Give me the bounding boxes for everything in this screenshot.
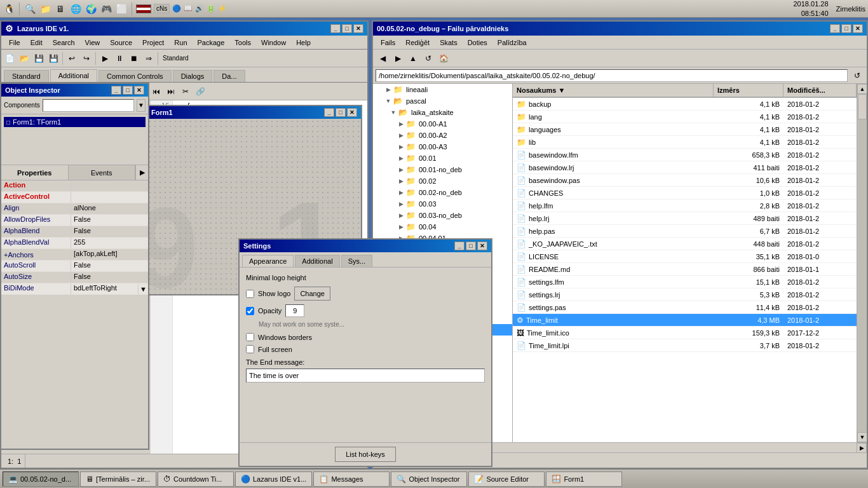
menu-search[interactable]: Search [48, 37, 80, 48]
taskbar-item-object-inspector[interactable]: 🔍 Object Inspector [391, 471, 467, 487]
fm-row-readme[interactable]: 📄README.md 866 baiti 2018-01-1 [513, 263, 857, 276]
component-btn7[interactable]: 🔗 [193, 85, 207, 98]
open-btn[interactable]: 📂 [17, 51, 31, 65]
taskbar-item-lazarus[interactable]: 🔵 Lazarus IDE v1... [235, 471, 312, 487]
obj-minimize-btn[interactable]: _ [111, 86, 121, 95]
form1-maximize-btn[interactable]: □ [336, 108, 346, 117]
fm-tree-0003-nodeb[interactable]: ▶ 📁 00.03-no_deb [373, 210, 512, 221]
fm-tree-laika-atskaite[interactable]: ▼ 📂 laika_atskaite [373, 107, 512, 118]
menu-source[interactable]: Source [105, 37, 137, 48]
fm-tree-0001[interactable]: ▶ 📁 00.01 [373, 152, 512, 164]
fm-row-license[interactable]: 📄LICENSE 35,1 kB 2018-01-0 [513, 250, 857, 263]
start-icon[interactable]: 🐧 [3, 3, 15, 15]
fm-row-lib[interactable]: 📁lib 4,1 kB 2018-01-2 [513, 136, 857, 149]
taskbar-item-source-editor[interactable]: 📝 Source Editor [468, 471, 545, 487]
fm-row-basewindow-pas[interactable]: 📄basewindow.pas 10,6 kB 2018-01-2 [513, 174, 857, 187]
scroll-track[interactable] [857, 94, 867, 432]
fm-row-lang[interactable]: 📁lang 4,1 kB 2018-01-2 [513, 111, 857, 123]
hotkeys-button[interactable]: List hot-keys [335, 447, 396, 462]
col-header-size[interactable]: Izmērs [714, 84, 783, 97]
fm-row-help-lfm[interactable]: 📄help.lfm 2,8 kB 2018-01-2 [513, 200, 857, 212]
tab-events[interactable]: Events [69, 165, 136, 180]
component-btn5[interactable]: ⏭ [164, 85, 178, 98]
fm-refresh-btn[interactable]: ↺ [421, 51, 435, 65]
fm-minimize-btn[interactable]: _ [830, 24, 840, 33]
components-input[interactable] [43, 99, 134, 112]
pause-btn[interactable]: ⏸ [112, 51, 126, 65]
tab-additional-settings[interactable]: Additional [295, 255, 339, 267]
fm-menu-fails[interactable]: Fails [376, 37, 400, 48]
fm-reload-btn[interactable]: ↺ [850, 69, 864, 83]
full-screen-checkbox[interactable] [246, 345, 254, 353]
undo-btn[interactable]: ↩ [65, 51, 79, 65]
tab-additional[interactable]: Additional [50, 69, 97, 82]
windows-borders-checkbox[interactable] [246, 333, 254, 341]
fm-tree-0000-a2[interactable]: ▶ 📁 00.00-A2 [373, 130, 512, 141]
games-icon[interactable]: 🎮 [100, 3, 112, 15]
fm-row-time-limit-ico[interactable]: 🖼Time_limit.ico 159,3 kB 2017-12-2 [513, 327, 857, 339]
tab-next-btn[interactable]: ▶ [135, 165, 148, 180]
menu-tools[interactable]: Tools [229, 37, 256, 48]
fm-menu-redigeet[interactable]: Rediģēt [400, 37, 435, 48]
fm-tree-0000-a3[interactable]: ▶ 📁 00.00-A3 [373, 141, 512, 152]
maximize-button[interactable]: □ [342, 24, 352, 33]
fm-maximize-btn[interactable]: □ [841, 24, 851, 33]
components-dropdown-btn[interactable]: ▼ [137, 99, 146, 112]
fm-row-settings-lfm[interactable]: 📄settings.lfm 15,1 kB 2018-01-2 [513, 276, 857, 288]
fm-row-changes[interactable]: 📄CHANGES 1,0 kB 2018-01-2 [513, 187, 857, 200]
fm-scrollbar-vertical[interactable]: ▲ ▼ [857, 84, 867, 442]
prop-value-activecontrol[interactable] [71, 192, 148, 203]
fm-row-settings-lrj[interactable]: 📄settings.lrj 5,3 kB 2018-01-2 [513, 288, 857, 301]
fm-menu-skats[interactable]: Skats [435, 37, 463, 48]
files-icon[interactable]: 📁 [39, 3, 51, 15]
end-message-input[interactable] [246, 369, 485, 383]
fm-close-btn[interactable]: ✕ [853, 24, 863, 33]
save-all-btn[interactable]: 💾 [46, 51, 60, 65]
fm-row-backup[interactable]: 📁backup 4,1 kB 2018-01-2 [513, 98, 857, 111]
fm-row-settings-pas[interactable]: 📄settings.pas 11,4 kB 2018-01-2 [513, 301, 857, 314]
terminal-icon[interactable]: 🖥 [54, 3, 67, 15]
tab-properties[interactable]: Properties [1, 165, 69, 180]
save-btn[interactable]: 💾 [32, 51, 46, 65]
fm-row-ko-jaapaveic[interactable]: 📄_KO_JAAPAVEIC_.txt 448 baiti 2018-01-2 [513, 238, 857, 250]
taskbar-item-form1[interactable]: 🪟 Form1 [546, 471, 622, 487]
scroll-down-btn[interactable]: ▼ [857, 432, 867, 442]
prop-dropdown-btn[interactable]: ▼ [138, 283, 148, 294]
tab-appearance[interactable]: Appearance [242, 255, 294, 267]
menu-window[interactable]: Window [256, 37, 291, 48]
fm-row-help-pas[interactable]: 📄help.pas 6,7 kB 2018-01-2 [513, 225, 857, 238]
fm-tree-0001-nodeb[interactable]: ▶ 📁 00.01-no_deb [373, 164, 512, 175]
scroll-up-btn[interactable]: ▲ [857, 84, 867, 94]
tab-standard[interactable]: Standard [4, 70, 49, 82]
settings-maximize-btn[interactable]: □ [466, 241, 476, 250]
change-button[interactable]: Change [294, 287, 330, 301]
menu-help[interactable]: Help [291, 37, 316, 48]
opacity-input[interactable] [285, 304, 304, 317]
fm-row-basewindow-lfm[interactable]: 📄basewindow.lfm 658,3 kB 2018-01-2 [513, 149, 857, 161]
scroll-right-btn[interactable]: ▶ [857, 443, 867, 453]
fm-row-time-limit[interactable]: ⚙Time_limit 4,3 MB 2018-01-2 [513, 314, 857, 327]
fm-tree-0003[interactable]: ▶ 📁 00.03 [373, 198, 512, 210]
prop-value-allowdropfiles[interactable]: False [71, 215, 148, 226]
stop-btn[interactable]: ⏹ [127, 51, 141, 65]
placeholder-icon[interactable]: ⬜ [115, 3, 128, 15]
menu-view[interactable]: View [80, 37, 105, 48]
col-header-date[interactable]: Modificēš... [783, 84, 857, 97]
run-btn[interactable]: ▶ [98, 51, 112, 65]
form1-minimize-btn[interactable]: _ [324, 108, 334, 117]
prop-value-anchors[interactable]: [akTop,akLeft] [71, 249, 148, 260]
fm-tree-pascal[interactable]: ▼ 📂 pascal [373, 95, 512, 107]
component-btn4[interactable]: ⏮ [149, 85, 163, 98]
fm-forward-btn[interactable]: ▶ [391, 51, 405, 65]
fm-tree-0004[interactable]: ▶ 📁 00.04 [373, 221, 512, 233]
fm-menu-palidziba[interactable]: Palīdzība [492, 37, 532, 48]
fm-row-basewindow-lrj[interactable]: 📄basewindow.lrj 411 baiti 2018-01-2 [513, 161, 857, 174]
browser-icon[interactable]: 🌐 [69, 3, 82, 15]
opacity-checkbox[interactable] [246, 307, 254, 315]
fm-row-help-lrj[interactable]: 📄help.lrj 489 baiti 2018-01-2 [513, 212, 857, 225]
taskbar-item-terminal[interactable]: 🖥 [Terminālis – zir... [80, 471, 156, 487]
new-btn[interactable]: 📄 [3, 51, 17, 65]
fm-row-time-limit-lpi[interactable]: 📄Time_limit.lpi 3,7 kB 2018-01-2 [513, 339, 857, 352]
fm-back-btn[interactable]: ◀ [376, 51, 390, 65]
prop-value-alphablendval[interactable]: 255 [71, 238, 148, 248]
